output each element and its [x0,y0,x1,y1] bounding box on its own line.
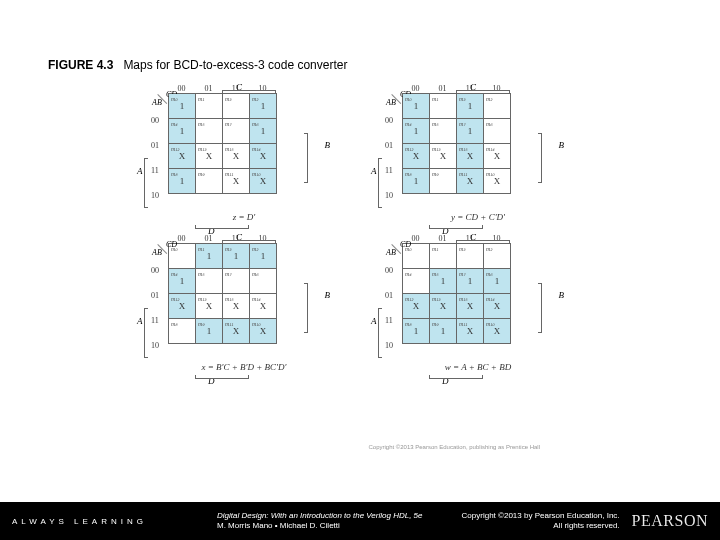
figure-copyright: Copyright ©2013 Pearson Education, publi… [368,444,540,450]
kmap-cell: m₁₀X [250,319,277,344]
kmap-cell: m₄ [403,269,430,294]
slide-footer: ALWAYS LEARNING Digital Design: With an … [0,502,720,540]
kmap-cell: m₁₄X [484,294,511,319]
kmap-cell: m₅ [196,269,223,294]
kmap-z: CDAB0001111000011110m₀1m₁m₃m₂1m₄1m₅m₇m₆1… [140,84,320,222]
kmap-cell: m₆1 [250,119,277,144]
kmap-cell: m₈1 [403,319,430,344]
kmap-cell: m₁₀X [250,169,277,194]
kmap-cell: m₈1 [169,169,196,194]
kmap-cell: m₀1 [403,94,430,119]
kmap-cell: m₇ [223,119,250,144]
row-headers: 00011110 [151,108,159,208]
pearson-logo: PEARSON [632,512,708,530]
kmap-equation: z = D' [168,212,320,222]
var-label: A [137,316,143,326]
kmap-cell: m₁₄X [484,144,511,169]
kmap-grid: m₀m₁1m₃1m₂1m₄1m₅m₇m₆m₁₂Xm₁₃Xm₁₅Xm₁₄Xm₈m₉… [168,243,277,344]
kmap-cell: m₁₀X [484,319,511,344]
footer-copyright-line2: All rights reserved. [462,521,620,531]
kmap-cell: m₆ [484,119,511,144]
row-headers: 00011110 [385,258,393,358]
kmap-cell: m₀ [403,244,430,269]
kmap-cell: m₁₃X [196,144,223,169]
footer-book-info: Digital Design: With an Introduction to … [217,511,423,530]
kmap-cell: m₇1 [457,269,484,294]
kmap-cell: m₀ [169,244,196,269]
kmap-cell: m₆ [250,269,277,294]
kmap-cell: m₁ [430,244,457,269]
kmap-cell: m₄1 [169,119,196,144]
row-headers: 00011110 [151,258,159,358]
kmap-cell: m₉ [430,169,457,194]
footer-authors: M. Morris Mano • Michael D. Ciletti [217,521,423,531]
figure-caption: FIGURE 4.3 Maps for BCD-to-excess-3 code… [48,58,347,72]
kmap-cell: m₁₀X [484,169,511,194]
kmap-cell: m₂ [484,244,511,269]
kmap-cell: m₁₁X [457,169,484,194]
kmap-equation: y = CD + C'D' [402,212,554,222]
kmap-cell: m₆1 [484,269,511,294]
kmap-cell: m₁₃X [196,294,223,319]
kmap-cell: m₇ [223,269,250,294]
kmap-equation: w = A + BC + BD [402,362,554,372]
kmap-cell: m₁₁X [457,319,484,344]
kmap-cell: m₂1 [250,94,277,119]
kmap-grid: m₀1m₁m₃1m₂m₄1m₅m₇1m₆m₁₂Xm₁₃Xm₁₅Xm₁₄Xm₈1m… [402,93,511,194]
row-headers: 00011110 [385,108,393,208]
kmap-w: CDAB0001111000011110m₀m₁m₃m₂m₄m₅1m₇1m₆1m… [374,234,554,372]
kmap-cell: m₈1 [403,169,430,194]
kmap-cell: m₃1 [223,244,250,269]
var-label: B [325,140,331,150]
kmap-cell: m₄1 [169,269,196,294]
kmap-cell: m₉1 [430,319,457,344]
var-label: A [137,166,143,176]
kmap-cell: m₁₄X [250,144,277,169]
footer-book-title: Digital Design: With an Introduction to … [217,511,423,521]
kmap-cell: m₁₂X [403,144,430,169]
kmap-cell: m₁₅X [457,144,484,169]
kmap-grid: m₀1m₁m₃m₂1m₄1m₅m₇m₆1m₁₂Xm₁₃Xm₁₅Xm₁₄Xm₈1m… [168,93,277,194]
kmap-grid: m₀m₁m₃m₂m₄m₅1m₇1m₆1m₁₂Xm₁₃Xm₁₅Xm₁₄Xm₈1m₉… [402,243,511,344]
kmap-cell: m₃ [457,244,484,269]
kmaps-container: CDAB0001111000011110m₀1m₁m₃m₂1m₄1m₅m₇m₆1… [140,84,580,384]
kmap-equation: x = B'C + B'D + BC'D' [168,362,320,372]
var-label: A [371,316,377,326]
var-label: B [559,140,565,150]
kmap-cell: m₁1 [196,244,223,269]
kmap-cell: m₁₄X [250,294,277,319]
kmap-cell: m₁₂X [403,294,430,319]
var-label: B [559,290,565,300]
kmap-cell: m₁₃X [430,144,457,169]
kmap-x: CDAB0001111000011110m₀m₁1m₃1m₂1m₄1m₅m₇m₆… [140,234,320,372]
kmap-cell: m₃ [223,94,250,119]
kmap-cell: m₇1 [457,119,484,144]
figure-label: FIGURE 4.3 [48,58,113,72]
kmap-cell: m₁₁X [223,319,250,344]
kmap-cell: m₉ [196,169,223,194]
kmap-cell: m₂ [484,94,511,119]
kmap-cell: m₁₅X [223,144,250,169]
kmap-cell: m₄1 [403,119,430,144]
var-label: A [371,166,377,176]
footer-copyright: Copyright ©2013 by Pearson Education, In… [462,511,620,530]
kmap-cell: m₉1 [196,319,223,344]
kmap-cell: m₂1 [250,244,277,269]
kmap-cell: m₃1 [457,94,484,119]
kmap-cell: m₁₂X [169,294,196,319]
kmap-cell: m₁ [430,94,457,119]
kmap-cell: m₁₁X [223,169,250,194]
figure-title: Maps for BCD-to-excess-3 code converter [123,58,347,72]
kmap-cell: m₁ [196,94,223,119]
kmap-cell: m₁₃X [430,294,457,319]
var-label: B [325,290,331,300]
always-learning-text: ALWAYS LEARNING [12,517,147,526]
kmap-cell: m₅ [196,119,223,144]
kmap-cell: m₀1 [169,94,196,119]
kmap-cell: m₅1 [430,269,457,294]
kmap-cell: m₁₂X [169,144,196,169]
kmap-cell: m₈ [169,319,196,344]
kmap-cell: m₁₅X [223,294,250,319]
kmap-cell: m₁₅X [457,294,484,319]
kmap-y: CDAB0001111000011110m₀1m₁m₃1m₂m₄1m₅m₇1m₆… [374,84,554,222]
